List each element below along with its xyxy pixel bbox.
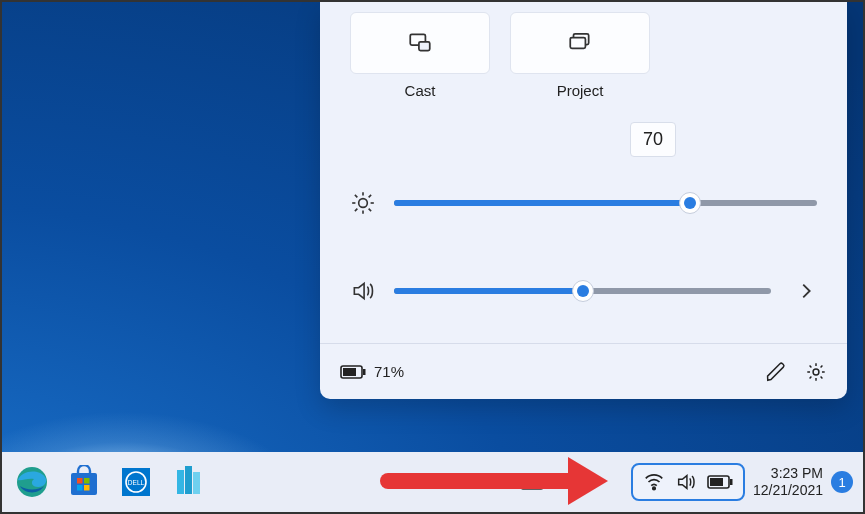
brightness-tooltip: 70 [630,122,676,157]
quick-settings-footer: 71% [320,343,847,399]
taskbar-app-edge[interactable] [12,462,52,502]
system-tray-cluster[interactable] [631,463,745,501]
svg-rect-15 [343,368,356,376]
quick-tile-project[interactable]: Project [510,12,650,99]
volume-icon [350,278,376,304]
tile-label: Cast [405,82,436,99]
volume-slider-row [350,278,817,304]
taskbar-app-files[interactable] [168,462,208,502]
battery-percent-label: 71% [374,363,404,380]
svg-rect-14 [363,369,366,375]
settings-icon[interactable] [805,361,827,383]
battery-status: 71% [340,363,404,380]
svg-rect-22 [84,485,90,491]
svg-point-4 [359,199,368,208]
svg-rect-26 [177,470,184,494]
battery-icon [340,364,366,380]
svg-line-12 [369,195,371,197]
clock-date: 12/21/2021 [753,482,823,500]
svg-rect-1 [419,42,430,51]
svg-point-35 [653,487,656,490]
svg-line-10 [369,209,371,211]
files-icon [171,462,205,502]
notification-badge[interactable]: 1 [831,471,853,493]
cast-icon [407,30,433,56]
svg-text:DELL: DELL [128,479,145,486]
svg-rect-21 [77,485,83,491]
taskbar-app-store[interactable] [64,462,104,502]
dell-icon: DELL [119,465,153,499]
chevron-right-icon[interactable] [795,280,817,302]
svg-rect-28 [193,472,200,494]
volume-slider[interactable] [394,288,771,294]
clock-time: 3:23 PM [753,465,823,483]
volume-tray-icon [675,471,697,493]
svg-line-9 [355,195,357,197]
brightness-slider[interactable] [394,200,817,206]
store-icon [67,465,101,499]
project-icon [567,30,593,56]
svg-line-11 [355,209,357,211]
edit-icon[interactable] [765,361,787,383]
svg-rect-18 [71,473,97,495]
tile-label: Project [557,82,604,99]
annotation-arrow [380,457,608,505]
wifi-icon [643,471,665,493]
brightness-icon [350,190,376,216]
battery-tray-icon [707,474,733,490]
quick-settings-panel: Cast Project 70 [320,2,847,399]
svg-rect-20 [84,478,90,484]
quick-tile-cast[interactable]: Cast [350,12,490,99]
taskbar-app-dell[interactable]: DELL [116,462,156,502]
svg-rect-19 [77,478,83,484]
edge-icon [15,465,49,499]
svg-rect-37 [730,479,733,485]
svg-point-16 [813,369,819,375]
brightness-slider-row [350,190,817,216]
svg-rect-38 [710,478,723,486]
svg-rect-3 [570,38,585,49]
taskbar-clock[interactable]: 3:23 PM 12/21/2021 [753,465,823,500]
svg-rect-27 [185,466,192,494]
